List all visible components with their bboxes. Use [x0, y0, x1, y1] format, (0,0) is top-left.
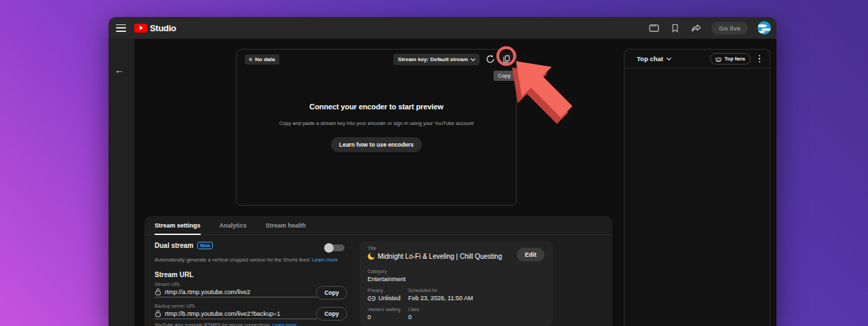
studio-brand-label: Studio	[150, 23, 176, 33]
go-live-button[interactable]: Go live	[711, 22, 748, 35]
stream-url-field-label: Stream URL	[155, 282, 181, 287]
hamburger-menu-icon[interactable]	[116, 24, 126, 32]
no-data-badge: No data	[245, 54, 279, 65]
kebab-menu-icon[interactable]	[755, 54, 764, 65]
category-label: Category	[368, 269, 387, 274]
topbar-actions: Go live	[648, 17, 771, 39]
no-data-label: No data	[255, 56, 275, 62]
bookmark-icon[interactable]	[669, 22, 681, 34]
stream-url-field[interactable]: rtmp://a.rtmp.youtube.com/live2	[155, 287, 317, 297]
dual-stream-description: Automatically generate a vertical croppe…	[155, 257, 338, 263]
topbar: Studio Go live	[108, 17, 776, 39]
tutorial-pointer-arrow	[505, 49, 597, 124]
youtube-logo-icon[interactable]	[134, 24, 147, 33]
unlock-icon	[155, 310, 161, 317]
stream-details-card: Title Midnight Lo-Fi & Leveling | Chill …	[359, 241, 553, 326]
title-label: Title	[368, 246, 376, 251]
scheduled-value: Feb 23, 2026, 11:50 AM	[408, 295, 473, 302]
chat-header: Top chat Top fans	[625, 50, 770, 69]
settings-tabs: Stream settings Analytics Stream health	[144, 216, 612, 235]
new-badge: New	[197, 242, 212, 249]
dual-stream-row: Dual stream New	[155, 242, 213, 249]
stream-url-value: rtmp://a.rtmp.youtube.com/live2	[165, 289, 250, 295]
copy-tooltip: Copy	[494, 71, 515, 81]
rtmps-learn-more-link[interactable]: Learn more	[273, 323, 297, 326]
backup-url-value: rtmp://b.rtmp.youtube.com/live2?backup=1	[165, 310, 280, 317]
left-rail: ←	[108, 39, 134, 326]
top-fans-button[interactable]: Top fans	[710, 53, 751, 65]
share-icon[interactable]	[690, 22, 702, 34]
privacy-value: Unlisted	[378, 295, 401, 302]
stream-title: Midnight Lo-Fi & Leveling | Chill Questi…	[378, 253, 502, 260]
link-icon	[368, 295, 376, 302]
chevron-down-icon	[471, 56, 475, 61]
top-chat-dropdown[interactable]: Top chat	[637, 55, 671, 62]
copy-backup-url-button[interactable]: Copy	[316, 307, 347, 321]
title-row: Midnight Lo-Fi & Leveling | Chill Questi…	[368, 253, 502, 260]
copy-stream-key-button[interactable]	[500, 52, 513, 66]
tab-analytics[interactable]: Analytics	[220, 216, 247, 235]
refresh-button[interactable]	[484, 52, 497, 66]
stream-preview-panel: No data Stream key: Default stream Copy …	[236, 49, 517, 206]
chevron-down-icon	[667, 56, 671, 60]
unlock-icon	[155, 288, 161, 295]
copy-stream-url-button[interactable]: Copy	[316, 286, 347, 300]
status-dot	[249, 58, 252, 61]
privacy-row: Unlisted	[368, 295, 401, 302]
encoder-subheading: Copy and paste a stream key into your en…	[237, 120, 516, 126]
youtube-studio-window: Studio Go live	[108, 17, 776, 326]
encoder-prompt: Connect your encoder to start preview Co…	[237, 103, 516, 152]
stream-key-label: Stream key: Default stream	[398, 56, 468, 62]
tab-stream-settings[interactable]: Stream settings	[155, 216, 201, 235]
edit-button[interactable]: Edit	[517, 248, 545, 261]
crown-icon	[715, 56, 722, 62]
likes-value: 0	[408, 314, 412, 321]
back-arrow-icon[interactable]: ←	[115, 65, 124, 75]
crescent-moon-icon	[368, 253, 375, 260]
encoder-heading: Connect your encoder to start preview	[237, 103, 516, 111]
channel-avatar[interactable]	[757, 21, 771, 35]
category-value: Entertainment	[368, 276, 406, 283]
viewers-waiting-label: Viewers waiting	[368, 307, 401, 312]
scheduled-label: Scheduled for	[408, 288, 437, 293]
dual-stream-toggle[interactable]	[324, 244, 347, 252]
dual-stream-learn-more-link[interactable]: Learn more	[312, 257, 338, 263]
stream-url-heading: Stream URL	[155, 271, 193, 278]
viewers-waiting-value: 0	[368, 314, 371, 321]
learn-encoders-button[interactable]: Learn how to use encoders	[331, 137, 422, 152]
tab-stream-health[interactable]: Stream health	[266, 216, 307, 235]
dual-stream-label: Dual stream	[155, 242, 193, 249]
likes-label: Likes	[408, 307, 419, 312]
tutorial-canvas: Studio Go live	[0, 0, 868, 326]
privacy-label: Privacy	[368, 288, 383, 293]
rtmps-footnote: YouTube also supports RTMPS for secure c…	[155, 323, 296, 326]
stream-key-dropdown[interactable]: Stream key: Default stream	[393, 54, 479, 65]
backup-url-field-label: Backup server URL	[155, 304, 196, 308]
live-chat-panel: Top chat Top fans	[624, 49, 770, 326]
backup-url-field[interactable]: rtmp://b.rtmp.youtube.com/live2?backup=1	[155, 308, 317, 319]
create-video-icon[interactable]	[648, 22, 660, 34]
